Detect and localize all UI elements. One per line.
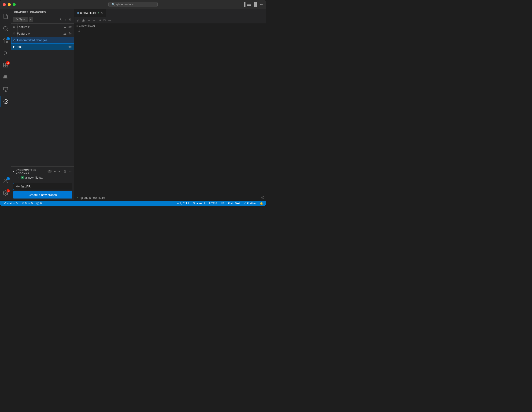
maximize-button[interactable] <box>13 3 16 6</box>
sidebar-item-docker[interactable] <box>0 72 11 83</box>
tab-close-button[interactable]: × <box>101 11 103 15</box>
delete-file-button[interactable]: 🗑 <box>63 169 67 174</box>
branch-tree: Feature B ☁ 5m Feature A ☁ 5m Uncommitte… <box>11 24 74 50</box>
warning-count: 0 <box>31 202 33 205</box>
svg-rect-11 <box>4 77 5 78</box>
notif-check-icon: ✓ <box>76 196 79 199</box>
status-branch-name: main+ <box>7 202 15 205</box>
file-status-badge: + <box>21 176 24 179</box>
branch-name-feature-a: Feature A <box>17 32 61 35</box>
tab-filename: a-new-file.txt <box>80 11 96 15</box>
svg-rect-6 <box>3 63 5 65</box>
activity-bar-bottom: 1 1 <box>0 175 11 198</box>
create-branch-button[interactable]: Create a new branch <box>13 191 72 198</box>
search-text: gt-demo-docs <box>116 3 133 6</box>
settings-button[interactable]: ⚙ <box>68 17 72 22</box>
branch-input-area: Create a new branch <box>11 181 74 200</box>
more-options-button[interactable]: ··· <box>68 169 72 174</box>
branch-item-uncommitted[interactable]: Uncommitted changes <box>11 37 74 44</box>
status-info[interactable]: ⓘ 0 <box>35 201 43 206</box>
branch-time-feature-b: 5m <box>68 25 72 28</box>
svg-point-20 <box>5 179 7 181</box>
status-errors[interactable]: ✕ 0 ⚠ 0 <box>21 201 33 206</box>
sidebar-toggle-icon[interactable]: ▐ <box>243 2 245 7</box>
status-position[interactable]: Ln 1, Col 1 <box>175 201 190 206</box>
svg-rect-9 <box>6 65 8 67</box>
sidebar-title: GRAPHITE: BRANCHES <box>14 11 46 14</box>
branch-item-feature-b[interactable]: Feature B ☁ 5m <box>11 24 74 30</box>
peek-icon[interactable]: ◉ <box>82 18 85 23</box>
sidebar-item-settings[interactable]: 1 <box>0 187 11 198</box>
status-branch[interactable]: ⎇ main+ ↻ <box>2 201 19 206</box>
source-control-badge: 1 <box>7 37 10 40</box>
spaces-label: Spaces: 2 <box>193 202 205 205</box>
svg-rect-14 <box>6 76 7 76</box>
split-editor-icon[interactable]: ⧉ <box>103 18 106 23</box>
info-count: 0 <box>40 202 42 205</box>
more-icon[interactable]: ··· <box>260 2 263 7</box>
branch-name-main: main <box>17 45 66 48</box>
sidebar-item-search[interactable] <box>0 23 11 34</box>
sidebar-item-source-control[interactable]: 1 <box>0 35 11 46</box>
error-icon: ✕ <box>22 202 24 205</box>
uncommitted-header[interactable]: ▾ UNCOMMITTED CHANGES 1 + − 🗑 ··· <box>11 168 74 175</box>
sidebar-item-account[interactable]: 1 <box>0 175 11 186</box>
branch-name-feature-b: Feature B <box>17 25 61 29</box>
line-numbers: 1 <box>75 29 84 33</box>
status-prettier[interactable]: ✓ Prettier <box>243 201 257 206</box>
tab-a-new-file[interactable]: ≡ a-new-file.txt A × <box>75 9 106 17</box>
more-actions-icon[interactable]: ··· <box>108 18 112 23</box>
sync-dropdown-button[interactable]: ▾ <box>29 17 33 22</box>
search-bar[interactable]: 🔍 gt-demo-docs <box>108 2 158 7</box>
sidebar-toolbar: ↻ Sync ▾ ↻ ↑ ⚙ <box>11 15 74 24</box>
tree-dot-feature-a <box>13 33 15 34</box>
cloud-icon-feature-b: ☁ <box>63 25 66 29</box>
open-changes-icon[interactable]: ↗ <box>98 18 102 23</box>
line-number-1: 1 <box>76 29 80 33</box>
error-count: 0 <box>25 202 27 205</box>
status-line-ending[interactable]: LF <box>220 201 225 206</box>
svg-point-19 <box>5 101 7 102</box>
refresh-button[interactable]: ↻ <box>59 17 63 22</box>
panel-toggle-icon[interactable]: ▬ <box>247 2 251 7</box>
search-icon: 🔍 <box>112 3 115 6</box>
position-label: Ln 1, Col 1 <box>176 202 189 205</box>
file-check-icon: ✓ <box>17 176 19 179</box>
language-label: Plain Text <box>228 202 240 205</box>
branch-item-main[interactable]: main 6m <box>11 44 74 50</box>
sidebar-item-files[interactable] <box>0 11 11 22</box>
cloud-icon-feature-a: ☁ <box>63 32 66 35</box>
status-bell[interactable]: 🔔 <box>259 201 264 206</box>
svg-line-1 <box>7 30 8 31</box>
go-forward-icon[interactable]: → <box>92 18 96 23</box>
file-item-a-new-file[interactable]: ✓ + a-new-file.txt <box>11 175 74 180</box>
svg-point-3 <box>3 39 5 40</box>
upload-button[interactable]: ↑ <box>64 17 67 22</box>
notif-info-icon[interactable]: ⓘ <box>261 196 264 200</box>
status-language[interactable]: Plain Text <box>227 201 241 206</box>
add-file-button[interactable]: + <box>53 169 57 174</box>
sync-button[interactable]: ↻ Sync <box>13 17 28 22</box>
split-editor-icon[interactable]: ▐▌ <box>253 2 258 7</box>
app-body: 1 19 1 1 GR <box>0 9 266 200</box>
status-encoding[interactable]: UTF-8 <box>208 201 218 206</box>
minimize-button[interactable] <box>8 3 11 6</box>
sidebar-item-graphite[interactable] <box>0 96 11 107</box>
status-spaces[interactable]: Spaces: 2 <box>192 201 206 206</box>
close-button[interactable] <box>3 3 6 6</box>
branch-list: Feature B ☁ 5m Feature A ☁ 5m Uncommitte… <box>11 24 74 167</box>
go-back-icon[interactable]: ← <box>87 18 91 23</box>
go-to-definition-icon[interactable]: ⇄ <box>76 18 80 23</box>
remove-file-button[interactable]: − <box>58 169 61 174</box>
svg-rect-13 <box>4 76 5 76</box>
activity-bar: 1 19 1 1 <box>0 9 11 200</box>
sidebar-item-run[interactable] <box>0 47 11 58</box>
extensions-badge: 19 <box>6 61 10 65</box>
code-area: 1 <box>75 28 266 33</box>
branch-name-input[interactable] <box>13 183 72 190</box>
sidebar-item-extensions[interactable]: 19 <box>0 59 11 71</box>
branch-item-feature-a[interactable]: Feature A ☁ 5m <box>11 30 74 37</box>
svg-rect-8 <box>3 65 5 67</box>
branch-icon: ⎇ <box>3 202 6 205</box>
sidebar-item-remote[interactable] <box>0 84 11 95</box>
